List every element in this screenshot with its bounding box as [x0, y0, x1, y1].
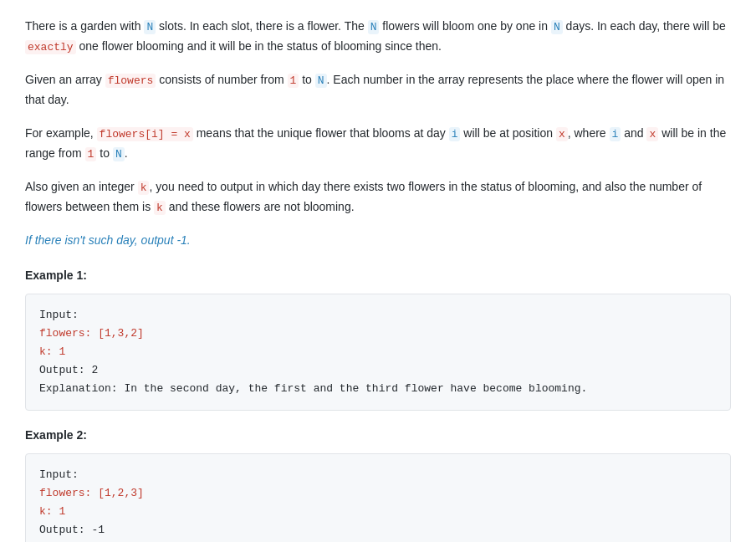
example1-explanation-line: Explanation: In the second day, the firs… — [39, 382, 587, 395]
example1-output-line: Output: 2 — [39, 364, 98, 376]
inline-code-1: 1 — [288, 74, 299, 88]
paragraph-4: Also given an integer k, you need to out… — [25, 177, 731, 217]
example1-title: Example 1: — [25, 266, 731, 284]
inline-code-flowers: flowers — [105, 74, 156, 88]
text-p3-mid2: will be at position — [460, 126, 555, 140]
text-p1-after-n3: days. In each day, there will be — [563, 19, 726, 33]
inline-code-k1: k — [138, 181, 150, 195]
inline-code-exactly: exactly — [25, 40, 76, 54]
inline-code-i1: i — [449, 127, 461, 141]
problem-description: There is a garden with N slots. In each … — [25, 17, 731, 542]
text-p1-middle: flowers will bloom one by one in — [379, 19, 550, 33]
inline-code-i2: i — [610, 127, 621, 141]
example2-flowers-line: flowers: [1,2,3] — [39, 487, 144, 499]
text-p2-before: Given an array — [25, 73, 105, 86]
inline-code-k2: k — [154, 201, 166, 215]
example1-k-line: k: 1 — [39, 345, 65, 358]
inline-code-x1: x — [556, 127, 568, 141]
inline-code-N2: N — [368, 20, 380, 34]
example1-code-block: Input: flowers: [1,3,2] k: 1 Output: 2 E… — [25, 294, 731, 411]
example2-code-block: Input: flowers: [1,2,3] k: 1 Output: -1 — [25, 453, 731, 543]
text-p2-to: to — [299, 73, 314, 86]
inline-code-x2: x — [646, 127, 658, 141]
example2-k-line: k: 1 — [39, 505, 65, 518]
example1-input-label: Input: — [39, 309, 79, 321]
example2-title: Example 2: — [25, 426, 731, 444]
example2-output-line: Output: -1 — [39, 524, 105, 536]
text-p3-end: . — [125, 146, 128, 160]
text-p1-end: one flower blooming and it will be in th… — [76, 39, 442, 53]
text-p2-mid1: consists of number from — [156, 73, 287, 86]
text-p1-before-n1: There is a garden with — [25, 19, 144, 33]
paragraph-1: There is a garden with N slots. In each … — [25, 17, 731, 57]
inline-code-flowers-i: flowers[i] = x — [97, 127, 193, 141]
text-p4-before: Also given an integer — [25, 180, 138, 193]
text-p4-end: and these flowers are not blooming. — [166, 200, 355, 213]
paragraph-5: If there isn't such day, output -1. — [25, 231, 731, 251]
paragraph-2: Given an array flowers consists of numbe… — [25, 70, 731, 110]
inline-code-1-p3: 1 — [85, 147, 97, 161]
text-p3-before: For example, — [25, 126, 97, 140]
inline-code-N-p3: N — [113, 147, 125, 161]
text-p5: If there isn't such day, output -1. — [25, 233, 191, 247]
inline-code-N-p2: N — [315, 74, 327, 88]
example2-input-label: Input: — [39, 468, 79, 481]
paragraph-3: For example, flowers[i] = x means that t… — [25, 124, 731, 164]
example1-flowers-line: flowers: [1,3,2] — [39, 327, 144, 340]
text-p3-mid3: , where — [568, 126, 610, 140]
text-p3-mid4: and — [621, 126, 646, 140]
text-p3-to: to — [96, 146, 112, 160]
text-p1-after-n1: slots. In each slot, there is a flower. … — [156, 19, 367, 33]
text-p3-mid: means that the unique flower that blooms… — [193, 126, 449, 140]
inline-code-N1: N — [144, 20, 156, 34]
inline-code-N3: N — [551, 20, 563, 34]
